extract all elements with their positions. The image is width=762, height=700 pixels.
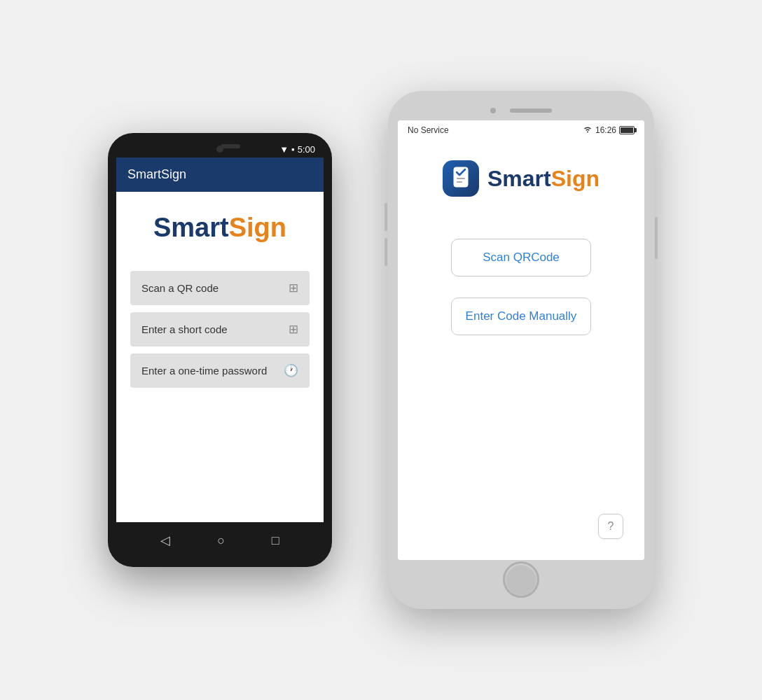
- ios-time: 16:26: [595, 125, 616, 135]
- ios-scan-qr-label: Scan QRCode: [483, 251, 560, 264]
- android-grid-icon: ⊞: [289, 322, 298, 337]
- ios-volume-down-button[interactable]: [385, 238, 387, 266]
- android-otp-label: Enter a one-time password: [141, 365, 267, 377]
- android-qr-icon: ⊞: [289, 281, 298, 295]
- android-logo-smart: Smart: [153, 213, 229, 242]
- ios-home-button[interactable]: [503, 561, 539, 598]
- ios-home-bar: [398, 560, 644, 599]
- android-recent-icon[interactable]: □: [272, 533, 279, 548]
- android-status-icons: ▼ ▪ 5:00: [279, 144, 315, 155]
- ios-speaker: [510, 108, 552, 113]
- ios-help-button[interactable]: ?: [598, 514, 623, 539]
- ios-enter-code-label: Enter Code Manually: [466, 309, 577, 323]
- android-battery-icon: ▪: [291, 144, 295, 155]
- ios-scan-qr-button[interactable]: Scan QRCode: [451, 239, 591, 276]
- android-app-title: SmartSign: [127, 167, 186, 181]
- android-content: SmartSign Scan a QR code ⊞ Enter a short…: [116, 192, 324, 522]
- ios-status-right: 16:26: [583, 125, 635, 135]
- ios-volume-up-button[interactable]: [385, 203, 387, 231]
- android-time: 5:00: [298, 144, 315, 155]
- android-otp-button[interactable]: Enter a one-time password 🕐: [130, 354, 310, 388]
- ios-top-hardware: [398, 101, 644, 120]
- android-short-code-button[interactable]: Enter a short code ⊞: [130, 312, 310, 346]
- ios-screen: No Service 16:26: [398, 120, 644, 560]
- ios-bottom-area: ?: [419, 356, 623, 546]
- ios-power-button[interactable]: [655, 217, 658, 259]
- android-scan-qr-button[interactable]: Scan a QR code ⊞: [130, 271, 310, 305]
- ios-logo-row: SmartSign: [443, 160, 600, 197]
- svg-rect-1: [457, 178, 465, 179]
- android-clock-icon: 🕐: [284, 363, 298, 378]
- android-logo-sign: Sign: [229, 213, 286, 242]
- svg-rect-0: [454, 167, 468, 187]
- android-scan-qr-label: Scan a QR code: [141, 282, 219, 294]
- ios-status-bar: No Service 16:26: [398, 120, 644, 139]
- ios-content: SmartSign Scan QRCode Enter Code Manuall…: [398, 139, 644, 560]
- android-back-icon[interactable]: ◁: [160, 533, 170, 548]
- ios-carrier: No Service: [408, 125, 449, 135]
- ios-wifi-icon: [583, 125, 593, 135]
- ios-app-icon: [443, 160, 479, 197]
- ios-phone: No Service 16:26: [388, 91, 654, 609]
- android-logo: SmartSign: [153, 213, 286, 243]
- android-signal-icon: ▼: [279, 144, 289, 155]
- android-nav-bar: ◁ ○ □: [116, 522, 324, 559]
- android-app-header: SmartSign: [116, 158, 324, 192]
- android-speaker: [221, 144, 240, 148]
- android-home-icon[interactable]: ○: [217, 533, 225, 548]
- ios-logo-text: SmartSign: [487, 166, 600, 192]
- svg-rect-2: [457, 181, 462, 183]
- ios-camera: [490, 108, 496, 113]
- android-screen: SmartSign SmartSign Scan a QR code ⊞ Ent…: [116, 158, 324, 522]
- ios-help-label: ?: [608, 520, 614, 533]
- android-phone: ▼ ▪ 5:00 SmartSign SmartSign Scan a QR c…: [108, 133, 332, 567]
- android-short-code-label: Enter a short code: [141, 323, 228, 335]
- ios-logo-sign: Sign: [551, 166, 600, 191]
- ios-enter-code-button[interactable]: Enter Code Manually: [451, 298, 591, 335]
- ios-logo-smart: Smart: [487, 166, 551, 191]
- ios-battery-icon: [619, 126, 635, 134]
